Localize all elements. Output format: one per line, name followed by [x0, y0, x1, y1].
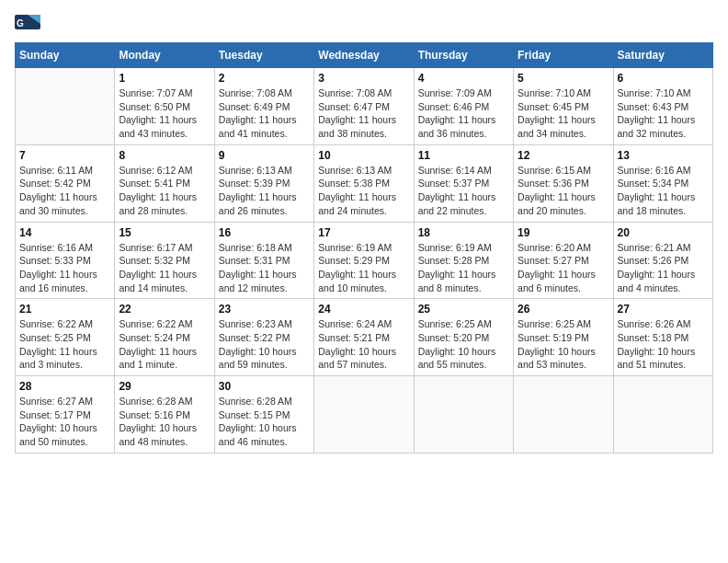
calendar-day-cell: 2Sunrise: 7:08 AMSunset: 6:49 PMDaylight…	[214, 68, 313, 145]
calendar-day-cell: 4Sunrise: 7:09 AMSunset: 6:46 PMDaylight…	[414, 68, 513, 145]
day-info: Sunrise: 6:14 AMSunset: 5:37 PMDaylight:…	[418, 164, 509, 218]
calendar-day-cell: 14Sunrise: 6:16 AMSunset: 5:33 PMDayligh…	[16, 222, 115, 299]
day-info: Sunrise: 6:16 AMSunset: 5:33 PMDaylight:…	[19, 241, 110, 295]
calendar-day-cell: 11Sunrise: 6:14 AMSunset: 5:37 PMDayligh…	[414, 144, 513, 222]
day-info: Sunrise: 6:19 AMSunset: 5:28 PMDaylight:…	[418, 241, 509, 295]
calendar-day-cell: 27Sunrise: 6:26 AMSunset: 5:18 PMDayligh…	[613, 299, 712, 376]
day-info: Sunrise: 7:08 AMSunset: 6:47 PMDaylight:…	[318, 86, 409, 141]
calendar-day-cell: 9Sunrise: 6:13 AMSunset: 5:39 PMDaylight…	[214, 144, 313, 222]
day-info: Sunrise: 6:18 AMSunset: 5:31 PMDaylight:…	[219, 241, 310, 295]
empty-cell	[514, 376, 613, 454]
day-info: Sunrise: 7:08 AMSunset: 6:49 PMDaylight:…	[219, 86, 310, 141]
day-info: Sunrise: 6:11 AMSunset: 5:42 PMDaylight:…	[19, 164, 110, 218]
day-number: 10	[318, 149, 409, 162]
day-number: 26	[518, 303, 609, 316]
day-number: 6	[618, 72, 709, 85]
day-number: 20	[618, 226, 709, 239]
day-info: Sunrise: 6:21 AMSunset: 5:26 PMDaylight:…	[618, 241, 709, 295]
day-info: Sunrise: 6:16 AMSunset: 5:34 PMDaylight:…	[618, 164, 709, 218]
day-info: Sunrise: 7:09 AMSunset: 6:46 PMDaylight:…	[418, 86, 509, 141]
day-info: Sunrise: 6:13 AMSunset: 5:38 PMDaylight:…	[318, 164, 409, 218]
calendar-day-cell: 30Sunrise: 6:28 AMSunset: 5:15 PMDayligh…	[214, 376, 313, 454]
weekday-header: Thursday	[414, 43, 513, 68]
svg-text:G: G	[17, 18, 24, 29]
logo-icon: G	[15, 15, 40, 35]
day-number: 23	[219, 303, 310, 316]
day-number: 24	[318, 303, 409, 316]
calendar-week-row: 14Sunrise: 6:16 AMSunset: 5:33 PMDayligh…	[16, 222, 713, 299]
day-number: 12	[518, 149, 609, 162]
empty-cell	[314, 376, 414, 454]
empty-cell	[16, 68, 115, 145]
weekday-header: Tuesday	[214, 43, 313, 68]
day-number: 27	[618, 303, 709, 316]
day-info: Sunrise: 6:22 AMSunset: 5:24 PMDaylight:…	[119, 317, 210, 372]
day-number: 28	[19, 380, 110, 393]
calendar-day-cell: 26Sunrise: 6:25 AMSunset: 5:19 PMDayligh…	[514, 299, 613, 376]
calendar-week-row: 7Sunrise: 6:11 AMSunset: 5:42 PMDaylight…	[16, 144, 713, 222]
day-info: Sunrise: 6:26 AMSunset: 5:18 PMDaylight:…	[618, 317, 709, 372]
calendar-day-cell: 18Sunrise: 6:19 AMSunset: 5:28 PMDayligh…	[414, 222, 513, 299]
empty-cell	[414, 376, 513, 454]
day-number: 29	[119, 380, 210, 393]
calendar-day-cell: 28Sunrise: 6:27 AMSunset: 5:17 PMDayligh…	[16, 376, 115, 454]
day-number: 25	[418, 303, 509, 316]
calendar-day-cell: 16Sunrise: 6:18 AMSunset: 5:31 PMDayligh…	[214, 222, 313, 299]
calendar-day-cell: 29Sunrise: 6:28 AMSunset: 5:16 PMDayligh…	[115, 376, 214, 454]
calendar-day-cell: 15Sunrise: 6:17 AMSunset: 5:32 PMDayligh…	[115, 222, 214, 299]
calendar-day-cell: 22Sunrise: 6:22 AMSunset: 5:24 PMDayligh…	[115, 299, 214, 376]
day-info: Sunrise: 6:27 AMSunset: 5:17 PMDaylight:…	[19, 395, 110, 449]
day-info: Sunrise: 7:07 AMSunset: 6:50 PMDaylight:…	[119, 86, 210, 141]
calendar-header-row: SundayMondayTuesdayWednesdayThursdayFrid…	[16, 43, 713, 68]
calendar-day-cell: 17Sunrise: 6:19 AMSunset: 5:29 PMDayligh…	[314, 222, 414, 299]
weekday-header: Monday	[115, 43, 214, 68]
calendar-day-cell: 13Sunrise: 6:16 AMSunset: 5:34 PMDayligh…	[613, 144, 712, 222]
calendar-week-row: 28Sunrise: 6:27 AMSunset: 5:17 PMDayligh…	[16, 376, 713, 454]
day-info: Sunrise: 6:25 AMSunset: 5:19 PMDaylight:…	[518, 317, 609, 372]
day-info: Sunrise: 6:28 AMSunset: 5:16 PMDaylight:…	[119, 395, 210, 449]
weekday-header: Friday	[514, 43, 613, 68]
calendar-day-cell: 24Sunrise: 6:24 AMSunset: 5:21 PMDayligh…	[314, 299, 414, 376]
day-number: 2	[219, 72, 310, 85]
day-number: 14	[19, 226, 110, 239]
day-info: Sunrise: 6:13 AMSunset: 5:39 PMDaylight:…	[219, 164, 310, 218]
calendar-day-cell: 1Sunrise: 7:07 AMSunset: 6:50 PMDaylight…	[115, 68, 214, 145]
day-number: 9	[219, 149, 310, 162]
day-number: 5	[518, 72, 609, 85]
day-number: 3	[318, 72, 409, 85]
calendar-day-cell: 6Sunrise: 7:10 AMSunset: 6:43 PMDaylight…	[613, 68, 712, 145]
calendar-table: SundayMondayTuesdayWednesdayThursdayFrid…	[15, 42, 713, 454]
empty-cell	[613, 376, 712, 454]
calendar-week-row: 1Sunrise: 7:07 AMSunset: 6:50 PMDaylight…	[16, 68, 713, 145]
day-number: 11	[418, 149, 509, 162]
logo: G	[15, 15, 44, 35]
day-info: Sunrise: 6:24 AMSunset: 5:21 PMDaylight:…	[318, 317, 409, 372]
day-info: Sunrise: 7:10 AMSunset: 6:45 PMDaylight:…	[518, 86, 609, 141]
calendar-day-cell: 23Sunrise: 6:23 AMSunset: 5:22 PMDayligh…	[214, 299, 313, 376]
calendar-day-cell: 3Sunrise: 7:08 AMSunset: 6:47 PMDaylight…	[314, 68, 414, 145]
day-info: Sunrise: 6:12 AMSunset: 5:41 PMDaylight:…	[119, 164, 210, 218]
calendar-day-cell: 19Sunrise: 6:20 AMSunset: 5:27 PMDayligh…	[514, 222, 613, 299]
calendar-week-row: 21Sunrise: 6:22 AMSunset: 5:25 PMDayligh…	[16, 299, 713, 376]
day-number: 1	[119, 72, 210, 85]
calendar-day-cell: 21Sunrise: 6:22 AMSunset: 5:25 PMDayligh…	[16, 299, 115, 376]
day-number: 4	[418, 72, 509, 85]
day-info: Sunrise: 6:19 AMSunset: 5:29 PMDaylight:…	[318, 241, 409, 295]
weekday-header: Sunday	[16, 43, 115, 68]
day-info: Sunrise: 6:23 AMSunset: 5:22 PMDaylight:…	[219, 317, 310, 372]
calendar-day-cell: 5Sunrise: 7:10 AMSunset: 6:45 PMDaylight…	[514, 68, 613, 145]
day-number: 7	[19, 149, 110, 162]
day-number: 8	[119, 149, 210, 162]
day-number: 13	[618, 149, 709, 162]
calendar-day-cell: 20Sunrise: 6:21 AMSunset: 5:26 PMDayligh…	[613, 222, 712, 299]
day-info: Sunrise: 6:28 AMSunset: 5:15 PMDaylight:…	[219, 395, 310, 449]
day-number: 15	[119, 226, 210, 239]
day-number: 19	[518, 226, 609, 239]
day-info: Sunrise: 6:20 AMSunset: 5:27 PMDaylight:…	[518, 241, 609, 295]
day-number: 30	[219, 380, 310, 393]
day-info: Sunrise: 6:25 AMSunset: 5:20 PMDaylight:…	[418, 317, 509, 372]
calendar-day-cell: 12Sunrise: 6:15 AMSunset: 5:36 PMDayligh…	[514, 144, 613, 222]
day-info: Sunrise: 7:10 AMSunset: 6:43 PMDaylight:…	[618, 86, 709, 141]
day-info: Sunrise: 6:15 AMSunset: 5:36 PMDaylight:…	[518, 164, 609, 218]
calendar-day-cell: 25Sunrise: 6:25 AMSunset: 5:20 PMDayligh…	[414, 299, 513, 376]
